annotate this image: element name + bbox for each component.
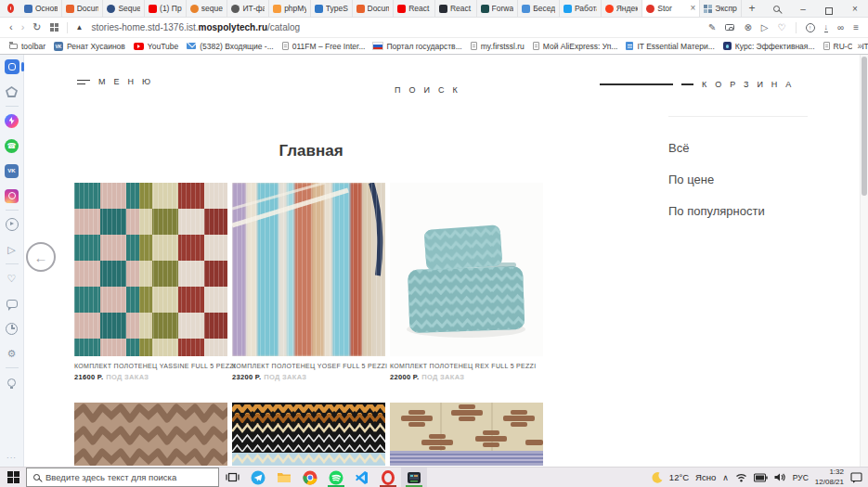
snapshot-camera-icon[interactable] (725, 24, 734, 31)
protect-icon[interactable]: ↑ (806, 23, 815, 32)
taskbar-file-explorer[interactable] (271, 468, 297, 487)
weather-desc[interactable]: Ясно (695, 472, 716, 482)
browser-tab[interactable]: Основ (20, 0, 62, 17)
product-card[interactable] (390, 403, 543, 466)
carousel-prev-button[interactable]: ← (26, 242, 56, 272)
sidebar-player-button[interactable] (5, 217, 19, 232)
browser-tab[interactable]: Docum (62, 0, 104, 17)
browser-tab[interactable]: Работа (560, 0, 602, 17)
blocked-icon[interactable]: ⊗ (744, 22, 751, 32)
site-security-warning-icon[interactable]: ▲ (76, 23, 84, 32)
tab-search-button[interactable] (762, 6, 790, 12)
product-card[interactable] (74, 403, 227, 466)
sidebar-whatsapp-button[interactable]: ☎ (5, 138, 19, 153)
url-text[interactable]: stories-home.std-1376.ist.mospolytech.ru… (91, 22, 300, 32)
site-search-button[interactable]: ПОИСК (395, 80, 466, 96)
bookmark-item[interactable]: (5382) Входящие -... (187, 42, 274, 51)
sidebar-chat-button[interactable] (5, 296, 19, 311)
sidebar-more-button[interactable]: ··· (6, 454, 17, 462)
turbo-icon[interactable]: ▷ (761, 22, 769, 32)
browser-tab[interactable]: ИТ-фа (227, 0, 269, 17)
sidebar-my-flow-button[interactable]: ▷ (5, 242, 19, 257)
browser-tab[interactable]: Stor× (642, 0, 700, 17)
maximize-button[interactable] (816, 3, 842, 15)
tab-close-icon[interactable]: × (690, 4, 695, 13)
browser-tab[interactable]: phpMy (269, 0, 311, 17)
reload-button[interactable]: ↻ (32, 22, 41, 32)
site-menu-button[interactable]: МЕНЮ (77, 77, 159, 87)
browser-tab[interactable]: sequel (187, 0, 228, 17)
sidebar-history-button[interactable] (5, 321, 19, 336)
browser-tab[interactable]: (1) Пр (145, 0, 187, 17)
chat-bubble-icon (6, 300, 18, 308)
browser-tab[interactable]: React (394, 0, 435, 17)
clock[interactable]: 1:32 12/08/21 (815, 468, 844, 487)
taskbar-telegram[interactable] (245, 468, 271, 487)
sidebar-workspace-button[interactable] (5, 84, 19, 99)
filter-by-price[interactable]: По цене (668, 173, 765, 186)
product-card[interactable]: КОМПЛЕКТ ПОЛОТЕНЕЦ YASSINE FULL 5 PEZZI … (74, 183, 227, 381)
browser-tab[interactable]: Sequel (103, 0, 145, 17)
page-scrollbar[interactable] (860, 55, 868, 467)
language-indicator[interactable]: РУС (793, 473, 809, 482)
sidebar-messenger-button[interactable] (5, 113, 19, 128)
close-button[interactable]: × (842, 0, 868, 18)
product-card[interactable] (232, 403, 385, 466)
browser-tab[interactable]: Docum (353, 0, 395, 17)
product-card[interactable]: КОМПЛЕКТ ПОЛОТЕНЕЦ YOSEF FULL 5 PEZZI 23… (232, 183, 385, 381)
tray-expand-chevron-icon[interactable]: ∧ (722, 473, 729, 482)
wifi-icon[interactable] (735, 472, 747, 482)
bookmark-item[interactable]: IT Essential Матери... (626, 42, 714, 51)
bookmark-heart-icon[interactable]: ♡ (778, 22, 786, 32)
battery-icon[interactable] (754, 473, 768, 482)
filter-all[interactable]: Всё (668, 141, 765, 155)
sidebar-settings-button[interactable]: ⚙ (5, 346, 19, 361)
bookmark-item[interactable]: YouTube (134, 42, 178, 51)
system-tray: 12°C Ясно ∧ РУС 1:32 12/08/21 (651, 468, 868, 487)
bookmark-item[interactable]: 011FM – Free Inter... (282, 42, 366, 51)
browser-tab[interactable]: React A (435, 0, 477, 17)
sidebar-speed-dial-button[interactable] (5, 59, 19, 74)
weather-temp[interactable]: 12°C (669, 472, 689, 482)
task-view-button[interactable] (219, 468, 245, 487)
taskbar-opera[interactable] (375, 468, 401, 487)
edit-icon[interactable]: ✎ (708, 22, 716, 32)
bookmark-item[interactable]: Портал государств... (373, 42, 461, 51)
sidebar-bookmarks-button[interactable]: ♡ (5, 271, 19, 286)
bookmark-item[interactable]: Мой AliExpress: Уп... (533, 42, 618, 51)
back-button[interactable]: ‹ (9, 22, 13, 32)
taskbar-spotify[interactable] (323, 468, 349, 487)
speaker-icon[interactable] (774, 472, 786, 482)
site-cart-button[interactable]: КОРЗИНА (600, 80, 799, 89)
bookmark-item[interactable]: Ренат Хусаинов (54, 42, 125, 51)
bookmarks-overflow-button[interactable]: » (852, 38, 862, 55)
minimize-button[interactable]: – (790, 0, 816, 18)
browser-tab[interactable]: Forwar (477, 0, 519, 17)
sidebar-vk-button[interactable] (5, 163, 19, 178)
taskbar-vscode[interactable] (349, 468, 375, 487)
tune-icon[interactable]: ≡ (853, 22, 859, 32)
sidebar-tips-button[interactable] (5, 375, 19, 390)
bookmark-item[interactable]: Курс: Эффективная... (723, 42, 815, 51)
bookmark-item[interactable]: toolbar (9, 42, 45, 51)
browser-tab[interactable]: Яндекс (602, 0, 643, 17)
opera-menu-button[interactable] (0, 0, 20, 18)
start-button[interactable] (0, 468, 26, 487)
browser-tab[interactable]: TypeSc (311, 0, 353, 17)
taskbar-chrome[interactable] (297, 468, 323, 487)
filter-by-popularity[interactable]: По популярности (668, 204, 765, 218)
downloads-icon[interactable]: ↓ (824, 23, 829, 32)
taskbar-search-box[interactable]: Введите здесь текст для поиска (26, 468, 219, 487)
taskbar-active-app[interactable] (401, 468, 427, 487)
sidebar-instagram-button[interactable] (5, 188, 19, 203)
speed-dial-icon[interactable] (50, 23, 58, 32)
browser-tab[interactable]: Экспре (700, 0, 742, 17)
new-tab-button[interactable]: + (742, 2, 762, 15)
product-card[interactable]: КОМПЛЕКТ ПОЛОТЕНЕЦ REX FULL 5 PEZZI 2200… (390, 183, 543, 381)
action-center-icon[interactable] (850, 471, 862, 483)
browser-tab[interactable]: Беседк (518, 0, 560, 17)
bookmark-item[interactable]: my.firstssl.ru (471, 42, 525, 51)
forward-button[interactable]: › (21, 22, 25, 32)
link-copy-icon[interactable]: ∞ (837, 22, 844, 32)
scrollbar-thumb[interactable] (862, 57, 867, 196)
